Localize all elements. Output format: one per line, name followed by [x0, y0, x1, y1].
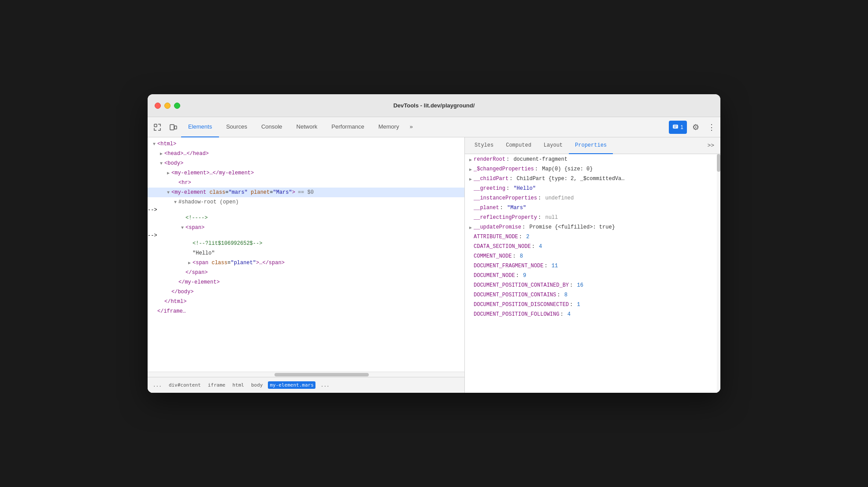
breadcrumb-iframe[interactable]: iframe [206, 381, 227, 389]
devtools-body: Elements Sources Console Network Perform… [148, 117, 720, 393]
props-panel-inner: ▶ renderRoot : document-fragment ▶ _$cha… [465, 154, 720, 393]
dom-scrollbar-area[interactable] [148, 372, 464, 377]
dom-line-my-element-1[interactable]: ▶ <my-element>…</my-element> [148, 168, 464, 178]
prop-arrow-renderRoot[interactable]: ▶ [467, 157, 474, 162]
properties-panel: Styles Computed Layout Properties >> [465, 137, 720, 393]
dom-line-comment2[interactable]: <!--?lit$106992652$--> [148, 239, 464, 248]
prop-row-DOCUMENT_FRAGMENT_NODE[interactable]: DOCUMENT_FRAGMENT_NODE : 11 [465, 262, 717, 272]
tab-more[interactable]: » [406, 117, 416, 137]
sub-tab-styles[interactable]: Styles [468, 137, 500, 154]
prop-row-childPart[interactable]: ▶ __childPart : ChildPart {type: 2, _$co… [465, 175, 717, 185]
dom-line-iframe-partial[interactable]: </iframe… [148, 306, 464, 316]
breadcrumb-my-element[interactable]: my-element.mars [268, 381, 315, 389]
traffic-lights [155, 103, 180, 109]
svg-rect-1 [170, 125, 174, 130]
arrow-body[interactable]: ▼ [158, 161, 164, 166]
dom-tree[interactable]: ▼ <html> ▶ <head>…</head> ▼ <body> [148, 137, 464, 372]
sub-tab-bar: Styles Computed Layout Properties >> [465, 137, 720, 154]
dom-line-body-close[interactable]: </body> [148, 287, 464, 297]
dom-line-span-open[interactable]: ▼ <span> [148, 223, 464, 232]
prop-row-DOCUMENT_POSITION_DISCONNECTED[interactable]: DOCUMENT_POSITION_DISCONNECTED : 1 [465, 301, 717, 311]
dom-line-html[interactable]: ▼ <html> [148, 139, 464, 149]
dom-horizontal-scrollbar[interactable] [274, 373, 368, 376]
prop-arrow-changedProperties[interactable]: ▶ [467, 167, 474, 172]
prop-row-planet[interactable]: __planet : "Mars" [465, 204, 717, 214]
sub-tab-properties[interactable]: Properties [569, 137, 613, 154]
prop-row-CDATA_SECTION_NODE[interactable]: CDATA_SECTION_NODE : 4 [465, 243, 717, 253]
feedback-badge-button[interactable]: 1 [669, 121, 687, 134]
prop-row-reflectingProperty[interactable]: __reflectingProperty : null [465, 214, 717, 224]
prop-row-DOCUMENT_NODE[interactable]: DOCUMENT_NODE : 9 [465, 272, 717, 282]
prop-row-COMMENT_NODE[interactable]: COMMENT_NODE : 8 [465, 253, 717, 262]
sub-tab-computed[interactable]: Computed [500, 137, 538, 154]
close-button[interactable] [155, 103, 161, 109]
arrow-span-planet[interactable]: ▶ [186, 260, 193, 266]
devtools-window: DevTools - lit.dev/playground/ [148, 94, 720, 393]
breadcrumb-div-content[interactable]: div#content [167, 381, 203, 389]
prop-arrow-updatePromise[interactable]: ▶ [467, 225, 474, 230]
main-area: ▼ <html> ▶ <head>…</head> ▼ <body> [148, 137, 720, 393]
props-scrollbar-track[interactable] [717, 154, 720, 393]
dom-line-hello[interactable]: "Hello" [148, 248, 464, 258]
dom-line-body[interactable]: ▼ <body> [148, 159, 464, 168]
tab-elements[interactable]: Elements [181, 117, 219, 137]
tab-sources[interactable]: Sources [219, 117, 254, 137]
arrow-html[interactable]: ▼ [151, 142, 157, 147]
inspector-icon-btn[interactable] [149, 119, 165, 135]
sub-tabs-more-button[interactable]: >> [705, 140, 717, 151]
prop-row-greeting[interactable]: __greeting : "Hello" [465, 185, 717, 195]
dom-line-hr[interactable]: <hr> [148, 178, 464, 188]
minimize-button[interactable] [164, 103, 171, 109]
prop-row-changedProperties[interactable]: ▶ _$changedProperties : Map(0) {size: 0} [465, 166, 717, 175]
dom-line-my-element-close[interactable]: </my-element> [148, 277, 464, 287]
prop-row-DOCUMENT_POSITION_CONTAINED_BY[interactable]: DOCUMENT_POSITION_CONTAINED_BY : 16 [465, 282, 717, 291]
top-tab-bar: Elements Sources Console Network Perform… [148, 117, 720, 137]
breadcrumb-bar: ... div#content iframe html body my-elem… [148, 377, 464, 393]
dom-line-my-element-selected[interactable]: ▼ <my-element class="mars" planet="Mars"… [148, 188, 464, 197]
tab-memory[interactable]: Memory [371, 117, 406, 137]
dom-line-span-close[interactable]: </span> [148, 268, 464, 277]
prop-row-renderRoot[interactable]: ▶ renderRoot : document-fragment [465, 156, 717, 166]
tab-network[interactable]: Network [289, 117, 325, 137]
titlebar: DevTools - lit.dev/playground/ [148, 94, 720, 117]
tab-console[interactable]: Console [254, 117, 289, 137]
dom-panel: ▼ <html> ▶ <head>…</head> ▼ <body> [148, 137, 465, 393]
properties-content[interactable]: ▶ renderRoot : document-fragment ▶ _$cha… [465, 154, 717, 393]
prop-row-ATTRIBUTE_NODE[interactable]: ATTRIBUTE_NODE : 2 [465, 233, 717, 243]
arrow-my-element-1[interactable]: ▶ [165, 170, 171, 176]
arrow-my-element-selected[interactable]: ▼ [165, 190, 171, 195]
arrow-shadow-root[interactable]: ▼ [172, 200, 178, 205]
breadcrumb-body[interactable]: body [249, 381, 265, 389]
breadcrumb-dots[interactable]: ... [151, 381, 163, 389]
settings-button[interactable]: ⚙ [689, 120, 703, 134]
arrow-span[interactable]: ▼ [179, 225, 185, 230]
dom-line-head[interactable]: ▶ <head>…</head> [148, 149, 464, 159]
svg-rect-3 [673, 125, 678, 129]
breadcrumb-html[interactable]: html [230, 381, 246, 389]
props-scrollbar-thumb[interactable] [717, 154, 720, 172]
dom-line-shadow-root[interactable]: ▼ #shadow-root (open) [148, 197, 464, 207]
tab-performance[interactable]: Performance [324, 117, 371, 137]
device-icon-btn[interactable] [165, 119, 181, 135]
prop-row-updatePromise[interactable]: ▶ __updatePromise : Promise {<fulfilled>… [465, 224, 717, 233]
prop-row-instanceProperties[interactable]: __instanceProperties : undefined [465, 195, 717, 204]
arrow-head[interactable]: ▶ [158, 151, 164, 156]
maximize-button[interactable] [174, 103, 180, 109]
prop-row-DOCUMENT_POSITION_FOLLOWING[interactable]: DOCUMENT_POSITION_FOLLOWING : 4 [465, 311, 717, 321]
prop-row-DOCUMENT_POSITION_CONTAINS[interactable]: DOCUMENT_POSITION_CONTAINS : 8 [465, 291, 717, 301]
dom-line-span-planet[interactable]: ▶ <span class="planet" >…</span> [148, 258, 464, 268]
dom-line-comment1[interactable]: <!----> [148, 213, 464, 223]
breadcrumb-more[interactable]: ... [319, 381, 331, 389]
sub-tab-layout[interactable]: Layout [538, 137, 569, 154]
svg-rect-2 [174, 126, 177, 129]
dom-line-html-close[interactable]: </html> [148, 297, 464, 306]
svg-rect-0 [154, 124, 157, 127]
window-title: DevTools - lit.dev/playground/ [393, 102, 475, 109]
more-options-button[interactable]: ⋮ [705, 120, 719, 134]
top-tabs-right: 1 ⚙ ⋮ [669, 120, 719, 134]
prop-arrow-childPart[interactable]: ▶ [467, 177, 474, 182]
